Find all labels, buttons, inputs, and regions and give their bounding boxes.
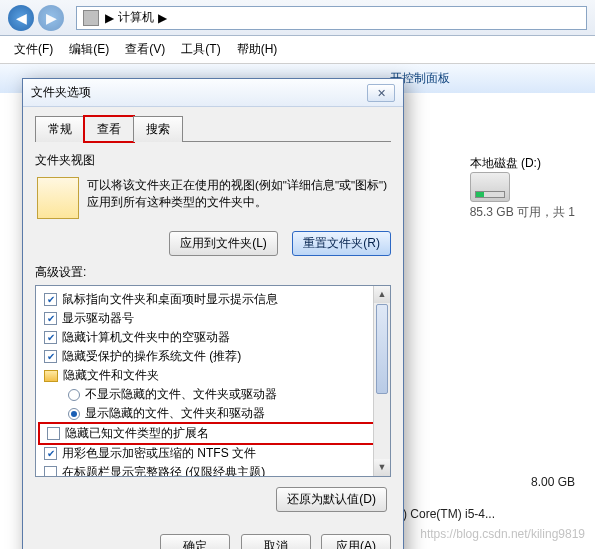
- reset-folders-button[interactable]: 重置文件夹(R): [292, 231, 391, 256]
- nav-back-icon[interactable]: ◀: [8, 5, 34, 31]
- scroll-thumb[interactable]: [376, 304, 388, 394]
- setting-item[interactable]: 显示隐藏的文件、文件夹和驱动器: [38, 404, 388, 423]
- checkbox-icon[interactable]: [44, 447, 57, 460]
- drive-d[interactable]: 本地磁盘 (D:) 85.3 GB 可用，共 1: [470, 155, 575, 221]
- checkbox-icon[interactable]: [44, 293, 57, 306]
- apply-button[interactable]: 应用(A): [321, 534, 391, 549]
- scroll-down-icon[interactable]: ▼: [374, 459, 390, 476]
- menu-tools[interactable]: 工具(T): [173, 38, 228, 61]
- drive-free-text: 85.3 GB 可用，共 1: [470, 204, 575, 221]
- menu-view[interactable]: 查看(V): [117, 38, 173, 61]
- dialog-titlebar[interactable]: 文件夹选项 ✕: [23, 79, 403, 107]
- checkbox-icon[interactable]: [44, 312, 57, 325]
- menu-bar: 文件(F) 编辑(E) 查看(V) 工具(T) 帮助(H): [0, 36, 595, 64]
- nav-forward-icon[interactable]: ▶: [38, 5, 64, 31]
- apply-to-folders-button[interactable]: 应用到文件夹(L): [169, 231, 278, 256]
- setting-item[interactable]: 不显示隐藏的文件、文件夹或驱动器: [38, 385, 388, 404]
- scrollbar[interactable]: ▲ ▼: [373, 286, 390, 476]
- folder-options-dialog: 文件夹选项 ✕ 常规 查看 搜索 文件夹视图 可以将该文件夹正在使用的视图(例如…: [22, 78, 404, 549]
- checkbox-icon[interactable]: [44, 350, 57, 363]
- folder-view-label: 文件夹视图: [35, 152, 391, 169]
- radio-icon[interactable]: [68, 389, 80, 401]
- folder-view-group: 可以将该文件夹正在使用的视图(例如"详细信息"或"图标")应用到所有这种类型的文…: [35, 173, 391, 227]
- menu-help[interactable]: 帮助(H): [229, 38, 286, 61]
- setting-label: 隐藏计算机文件夹中的空驱动器: [62, 329, 230, 346]
- folder-view-text: 可以将该文件夹正在使用的视图(例如"详细信息"或"图标")应用到所有这种类型的文…: [87, 177, 389, 219]
- setting-item[interactable]: 显示驱动器号: [38, 309, 388, 328]
- setting-label: 显示隐藏的文件、文件夹和驱动器: [85, 405, 265, 422]
- checkbox-icon[interactable]: [44, 466, 57, 477]
- address-bar: ◀ ▶ ▶ 计算机 ▶: [0, 0, 595, 36]
- menu-edit[interactable]: 编辑(E): [61, 38, 117, 61]
- drive-icon: [470, 172, 510, 202]
- menu-file[interactable]: 文件(F): [6, 38, 61, 61]
- ok-button[interactable]: 确定: [160, 534, 230, 549]
- setting-label: 用彩色显示加密或压缩的 NTFS 文件: [62, 445, 256, 462]
- advanced-label: 高级设置:: [35, 264, 391, 281]
- setting-label: 在标题栏显示完整路径 (仅限经典主题): [62, 464, 265, 477]
- folder-icon: [44, 370, 58, 382]
- setting-label: 隐藏受保护的操作系统文件 (推荐): [62, 348, 241, 365]
- setting-item[interactable]: 鼠标指向文件夹和桌面项时显示提示信息: [38, 290, 388, 309]
- setting-item[interactable]: 在标题栏显示完整路径 (仅限经典主题): [38, 463, 388, 477]
- tab-strip: 常规 查看 搜索: [35, 115, 391, 142]
- dialog-footer: 确定 取消 应用(A): [23, 526, 403, 549]
- setting-label: 隐藏文件和文件夹: [63, 367, 159, 384]
- dialog-title: 文件夹选项: [31, 84, 91, 101]
- folder-view-icon: [37, 177, 79, 219]
- setting-label: 显示驱动器号: [62, 310, 134, 327]
- radio-icon[interactable]: [68, 408, 80, 420]
- setting-item[interactable]: 隐藏受保护的操作系统文件 (推荐): [38, 347, 388, 366]
- bg-memory: 8.00 GB: [531, 475, 575, 489]
- setting-label: 鼠标指向文件夹和桌面项时显示提示信息: [62, 291, 278, 308]
- cancel-button[interactable]: 取消: [241, 534, 311, 549]
- setting-item[interactable]: 隐藏已知文件类型的扩展名: [41, 424, 385, 443]
- computer-icon: [83, 10, 99, 26]
- breadcrumb: ▶: [105, 11, 114, 25]
- checkbox-icon[interactable]: [47, 427, 60, 440]
- checkbox-icon[interactable]: [44, 331, 57, 344]
- tab-search[interactable]: 搜索: [133, 116, 183, 142]
- advanced-settings-box: 鼠标指向文件夹和桌面项时显示提示信息显示驱动器号隐藏计算机文件夹中的空驱动器隐藏…: [35, 285, 391, 477]
- watermark: https://blog.csdn.net/kiling9819: [420, 527, 585, 541]
- setting-item[interactable]: 隐藏计算机文件夹中的空驱动器: [38, 328, 388, 347]
- setting-item[interactable]: 用彩色显示加密或压缩的 NTFS 文件: [38, 444, 388, 463]
- advanced-list[interactable]: 鼠标指向文件夹和桌面项时显示提示信息显示驱动器号隐藏计算机文件夹中的空驱动器隐藏…: [36, 286, 390, 477]
- scroll-up-icon[interactable]: ▲: [374, 286, 390, 303]
- address-box[interactable]: ▶ 计算机 ▶: [76, 6, 587, 30]
- breadcrumb-sep: ▶: [158, 11, 167, 25]
- setting-label: 隐藏已知文件类型的扩展名: [65, 425, 209, 442]
- close-icon[interactable]: ✕: [367, 84, 395, 102]
- breadcrumb-location[interactable]: 计算机: [118, 9, 154, 26]
- setting-item[interactable]: 隐藏文件和文件夹: [38, 366, 388, 385]
- tab-view[interactable]: 查看: [84, 116, 134, 142]
- drive-label: 本地磁盘 (D:): [470, 155, 575, 172]
- tab-general[interactable]: 常规: [35, 116, 85, 142]
- restore-defaults-button[interactable]: 还原为默认值(D): [276, 487, 387, 512]
- setting-label: 不显示隐藏的文件、文件夹或驱动器: [85, 386, 277, 403]
